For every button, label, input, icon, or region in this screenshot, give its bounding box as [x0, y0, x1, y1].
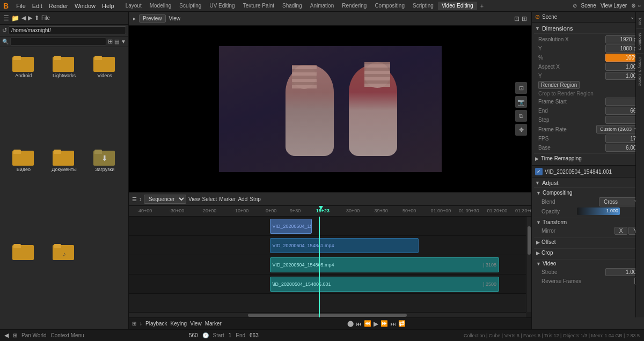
opacity-bar-container[interactable]: 1.000	[577, 207, 620, 215]
seq-bottom-icon2[interactable]: ↕	[140, 321, 142, 327]
menu-edit[interactable]: Edit	[29, 3, 46, 9]
crop-header[interactable]: ▶ Crop	[534, 248, 642, 257]
fb-menu-icon[interactable]: ☰	[3, 14, 9, 22]
status-arrow-icon[interactable]: ◀	[4, 332, 9, 339]
time-remapping-row[interactable]: ▶ Time Remapping	[534, 153, 642, 163]
ws-tab-shading[interactable]: Shading	[279, 2, 306, 10]
ws-tab-scripting[interactable]: Scripting	[409, 2, 437, 10]
fb-item-videos[interactable]: Videos	[85, 51, 124, 143]
compositing-header[interactable]: ▼ Compositing	[534, 189, 642, 197]
folder-downloads-icon: ⬇	[93, 147, 116, 166]
preview-zoom-fit-icon[interactable]: ⊡	[515, 82, 527, 94]
render-region-btn[interactable]: Render Region	[538, 81, 580, 89]
next-keyframe-icon[interactable]: ⏭	[390, 321, 396, 327]
fb-filter-icon[interactable]: ▼	[121, 39, 126, 45]
preview-expand-icon[interactable]: ▸	[133, 16, 136, 21]
seq-keying-btn[interactable]: Keying	[171, 321, 187, 327]
offset-subsection: ▶ Offset	[534, 236, 642, 247]
ws-tab-modeling[interactable]: Modeling	[146, 2, 175, 10]
status-mode-icon[interactable]: ⊞	[13, 332, 17, 338]
loop-icon[interactable]: 🔁	[398, 320, 406, 327]
preview-view-label[interactable]: View	[169, 16, 181, 21]
fb-item-lightworks[interactable]: Lightworks	[45, 51, 84, 143]
ws-tab-video-editing[interactable]: Video Editing	[438, 2, 477, 10]
ws-tab-animation[interactable]: Animation	[306, 2, 338, 10]
fb-item-misc1[interactable]	[4, 240, 43, 325]
fb-left-arrow[interactable]: ◀	[21, 14, 26, 21]
fb-search-input[interactable]	[10, 38, 106, 46]
fb-item-downloads[interactable]: ⬇ Загрузки	[85, 145, 124, 237]
seq-expand-icon[interactable]: ☰	[132, 196, 137, 202]
fb-path-input[interactable]	[9, 26, 126, 34]
seq-menu-add[interactable]: Add	[238, 196, 247, 202]
track-clip-1a[interactable]: VID_20200504_154805.mp4 | 3108	[270, 257, 500, 272]
fb-item-video-ru[interactable]: Видео	[4, 145, 43, 237]
seq-menu-view[interactable]: View	[188, 196, 200, 202]
preview-options-icon[interactable]: ⊞	[522, 15, 527, 23]
strip-tab-modifiers[interactable]: Modifiers	[636, 29, 643, 54]
seq-mode-dropdown[interactable]: Sequencer	[144, 195, 186, 204]
ws-tab-sculpting[interactable]: Sculpting	[175, 2, 205, 10]
fb-list-icon[interactable]: ▤	[114, 39, 119, 45]
strip-tab-tool[interactable]: Tool	[636, 14, 643, 29]
ws-tab-compositing[interactable]: Compositing	[371, 2, 408, 10]
folder-misc1-icon	[12, 242, 35, 260]
status-start-val: 1	[229, 332, 232, 338]
preview-dropdown[interactable]: Preview	[139, 14, 166, 23]
dimensions-header[interactable]: ▼ Dimensions	[534, 24, 642, 34]
prop-expand-icon[interactable]: ⌄	[630, 14, 634, 20]
seq-menu-strip[interactable]: Strip	[250, 196, 261, 202]
adjust-title-row[interactable]: ▼ Adjust	[534, 179, 642, 188]
track-clip-2b[interactable]: VID_20200504_154841.mp4	[270, 238, 419, 253]
track-clip-1b[interactable]: \ID_20200504_154805.001 | 2500	[270, 277, 500, 292]
fb-item-docs[interactable]: Документы	[45, 145, 84, 237]
ws-tab-uv[interactable]: UV Editing	[206, 2, 238, 10]
status-context-btn[interactable]: Context Menu	[51, 332, 84, 338]
seq-mode-icon[interactable]: ↕	[139, 196, 142, 202]
seq-playback-btn[interactable]: Playback	[145, 321, 167, 327]
preview-view3-icon[interactable]: ⧉	[515, 110, 527, 122]
dimensions-title: Dimensions	[542, 25, 573, 32]
mirror-x-button[interactable]: X	[614, 227, 628, 235]
step-fwd-icon[interactable]: ⏩	[380, 320, 388, 327]
vscroll-bar[interactable]	[526, 217, 531, 312]
preview-camera-icon[interactable]: 📷	[515, 96, 527, 108]
seq-menu-marker[interactable]: Marker	[219, 196, 236, 202]
strip-tab-proxy[interactable]: Proxy & Cache	[636, 54, 643, 89]
fb-item-music[interactable]: ♪	[45, 240, 84, 325]
fb-item-android[interactable]: Android	[4, 51, 43, 143]
fb-grid-icon[interactable]: ⊞	[108, 38, 113, 45]
adjust-check-icon[interactable]: ✓	[535, 168, 543, 175]
seq-view-btn[interactable]: View	[190, 321, 202, 327]
prev-keyframe-icon[interactable]: ⏮	[356, 321, 362, 327]
ws-tab-texture[interactable]: Texture Paint	[239, 2, 278, 10]
timeline-ruler: -40+00 -30+00 -20+00 -10+00 0+00 9+30 18…	[129, 206, 531, 217]
seq-menu-select[interactable]: Select	[202, 196, 217, 202]
seq-bottom-icon1[interactable]: ⊞	[132, 321, 136, 327]
fb-refresh-icon[interactable]: ↺	[2, 27, 7, 34]
menu-help[interactable]: Help	[99, 3, 118, 9]
track-clip-selected[interactable]: VID_20200504_154841.00.../	[270, 219, 312, 234]
transform-header[interactable]: ▼ Transform	[534, 218, 642, 226]
menu-render[interactable]: Render	[46, 3, 71, 9]
fb-right-arrow[interactable]: ▶	[28, 14, 32, 21]
preview-fit-icon[interactable]: ⊡	[514, 15, 519, 23]
fb-up-arrow[interactable]: ⬆	[34, 14, 39, 21]
step-back-icon[interactable]: ⏪	[364, 320, 371, 327]
video-header[interactable]: ▼ Video	[534, 259, 642, 268]
status-end-val: 663	[250, 332, 259, 338]
play-pause-icon[interactable]: ▶	[374, 320, 378, 328]
menu-file[interactable]: File	[13, 3, 29, 9]
ruler-minus10: -10+00	[233, 208, 248, 213]
preview-move-icon[interactable]: ✥	[515, 124, 527, 136]
menu-window[interactable]: Window	[71, 3, 99, 9]
opacity-row: Opacity 1.000 ⊕	[534, 207, 642, 216]
ws-tab-rendering[interactable]: Rendering	[338, 2, 370, 10]
ws-tab-add[interactable]: +	[478, 2, 486, 10]
stop-icon[interactable]: ⬤	[347, 320, 354, 327]
seq-marker-btn[interactable]: Marker	[205, 321, 222, 327]
adjust-title: Adjust	[542, 180, 559, 186]
ws-tab-layout[interactable]: Layout	[122, 2, 145, 10]
offset-header[interactable]: ▶ Offset	[534, 238, 642, 246]
hscroll-bar[interactable]	[129, 312, 526, 317]
